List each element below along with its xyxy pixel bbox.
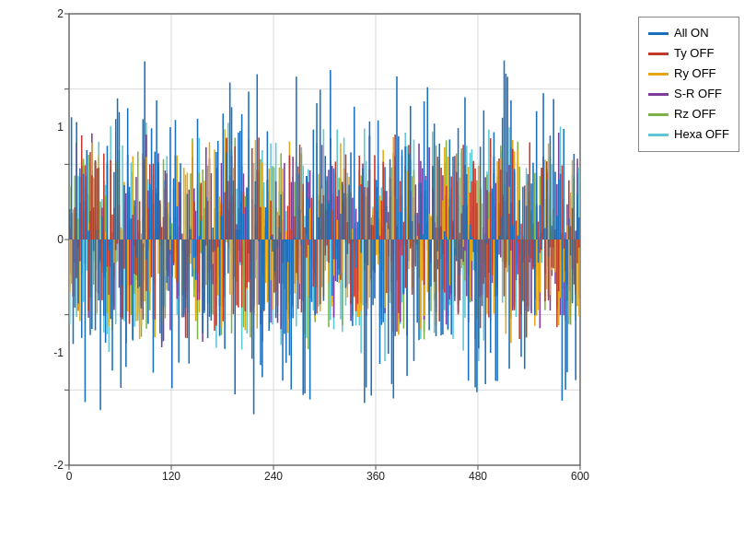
legend-item: S-R OFF	[648, 84, 729, 104]
legend-item: Ry OFF	[648, 64, 729, 84]
legend: All ONTy OFFRy OFFS-R OFFRz OFFHexa OFF	[638, 17, 739, 152]
chart-container: All ONTy OFFRy OFFS-R OFFRz OFFHexa OFF	[0, 0, 756, 538]
legend-item: Rz OFF	[648, 104, 729, 124]
legend-item: All ON	[648, 23, 729, 43]
legend-item: Hexa OFF	[648, 124, 729, 145]
legend-item: Ty OFF	[648, 43, 729, 64]
